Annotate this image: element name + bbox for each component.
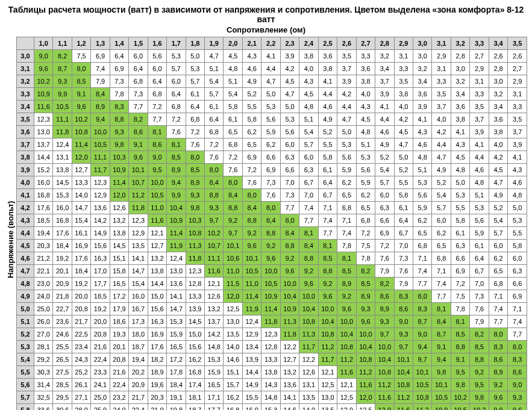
power-cell: 11,4 bbox=[242, 290, 261, 303]
power-cell: 13,2 bbox=[205, 303, 224, 315]
power-cell: 15,4 bbox=[129, 278, 148, 290]
power-cell: 10,9 bbox=[167, 214, 186, 227]
power-cell: 3,2 bbox=[375, 50, 394, 63]
power-cell: 4,8 bbox=[508, 189, 527, 202]
row-header: 3,8 bbox=[17, 151, 34, 164]
power-cell: 12,4 bbox=[53, 138, 72, 151]
power-cell: 5,2 bbox=[489, 202, 507, 214]
power-cell: 4,8 bbox=[451, 164, 469, 176]
power-cell: 30,3 bbox=[34, 366, 52, 379]
power-cell: 29,5 bbox=[53, 391, 72, 404]
power-cell: 13,2 bbox=[148, 252, 166, 265]
power-cell: 12,7 bbox=[280, 353, 299, 366]
power-cell: 20,3 bbox=[148, 391, 166, 404]
power-cell: 15,9 bbox=[205, 366, 224, 379]
power-cell: 13,0 bbox=[224, 315, 242, 328]
power-cell: 5,6 bbox=[337, 151, 356, 164]
power-cell: 5,5 bbox=[508, 227, 527, 240]
power-cell: 10,0 bbox=[280, 278, 299, 290]
power-cell: 12,0 bbox=[224, 290, 242, 303]
power-cell: 10,0 bbox=[261, 265, 280, 278]
power-cell: 7,7 bbox=[508, 328, 527, 341]
power-cell: 6,1 bbox=[451, 227, 469, 240]
power-cell: 5,4 bbox=[299, 126, 318, 138]
power-cell: 4,9 bbox=[375, 138, 394, 151]
power-cell: 14,7 bbox=[72, 202, 90, 214]
power-cell: 6,1 bbox=[224, 113, 242, 126]
power-cell: 12,6 bbox=[110, 202, 128, 214]
power-cell: 27,0 bbox=[34, 328, 52, 341]
power-cell: 6,3 bbox=[299, 164, 318, 176]
row-header: 4,5 bbox=[17, 240, 34, 252]
power-cell: 3,6 bbox=[489, 113, 507, 126]
power-cell: 22,4 bbox=[91, 353, 110, 366]
power-cell: 8,8 bbox=[261, 227, 280, 240]
power-cell: 4,5 bbox=[280, 75, 299, 88]
power-cell: 14,1 bbox=[129, 252, 148, 265]
power-cell: 6,4 bbox=[110, 50, 128, 63]
power-cell: 18,7 bbox=[129, 341, 148, 353]
power-cell: 9,3 bbox=[53, 75, 72, 88]
power-cell: 11,0 bbox=[224, 265, 242, 278]
power-cell: 10,1 bbox=[129, 164, 148, 176]
power-cell: 8,4 bbox=[91, 88, 110, 101]
power-cell: 5,1 bbox=[413, 164, 432, 176]
power-cell: 4,8 bbox=[413, 151, 432, 164]
power-cell: 7,4 bbox=[508, 315, 527, 328]
power-cell: 8,0 bbox=[413, 290, 432, 303]
power-cell: 14,1 bbox=[280, 391, 299, 404]
power-cell: 11,6 bbox=[148, 214, 166, 227]
power-cell: 6,4 bbox=[205, 113, 224, 126]
power-cell: 6,8 bbox=[129, 75, 148, 88]
power-cell: 4,7 bbox=[394, 138, 413, 151]
power-cell: 7,2 bbox=[451, 278, 469, 290]
col-header: 1,8 bbox=[186, 37, 204, 50]
power-cell: 5,7 bbox=[186, 75, 204, 88]
power-cell: 8,1 bbox=[167, 138, 186, 151]
power-cell: 10,1 bbox=[242, 252, 261, 265]
power-cell: 20,1 bbox=[53, 265, 72, 278]
power-cell: 3,9 bbox=[337, 75, 356, 88]
power-cell: 6,9 bbox=[261, 164, 280, 176]
power-cell: 9,9 bbox=[489, 404, 507, 411]
power-cell: 5,6 bbox=[261, 113, 280, 126]
col-header: 3,1 bbox=[432, 37, 451, 50]
power-cell: 15,9 bbox=[167, 328, 186, 341]
power-cell: 14,2 bbox=[91, 214, 110, 227]
power-cell: 7,2 bbox=[167, 113, 186, 126]
power-cell: 3,9 bbox=[413, 101, 432, 113]
power-cell: 6,6 bbox=[375, 214, 394, 227]
power-cell: 7,4 bbox=[318, 214, 337, 227]
row-header: 5,4 bbox=[17, 353, 34, 366]
power-cell: 21,6 bbox=[91, 341, 110, 353]
power-cell: 5,8 bbox=[508, 240, 527, 252]
power-cell: 13,1 bbox=[53, 151, 72, 164]
power-cell: 7,9 bbox=[394, 278, 413, 290]
col-header: 1,4 bbox=[110, 37, 128, 50]
power-cell: 9,0 bbox=[394, 315, 413, 328]
power-cell: 3,5 bbox=[432, 88, 451, 101]
row-header: 4,0 bbox=[17, 176, 34, 189]
power-cell: 12,8 bbox=[261, 341, 280, 353]
power-cell: 11,2 bbox=[356, 366, 375, 379]
power-cell: 21,0 bbox=[148, 404, 166, 411]
power-cell: 3,6 bbox=[413, 88, 432, 101]
power-cell: 6,3 bbox=[375, 202, 394, 214]
power-cell: 26,5 bbox=[53, 353, 72, 366]
power-cell: 7,1 bbox=[489, 290, 507, 303]
power-cell: 4,5 bbox=[299, 88, 318, 101]
power-cell: 12,4 bbox=[167, 252, 186, 265]
col-header: 2,7 bbox=[356, 37, 375, 50]
power-cell: 17,6 bbox=[72, 252, 90, 265]
power-cell: 30,6 bbox=[53, 404, 72, 411]
power-cell: 11,2 bbox=[375, 379, 394, 391]
power-cell: 8,4 bbox=[432, 315, 451, 328]
power-cell: 12,9 bbox=[129, 227, 148, 240]
power-cell: 7,1 bbox=[508, 303, 527, 315]
power-cell: 14,3 bbox=[261, 379, 280, 391]
power-cell: 3,9 bbox=[508, 138, 527, 151]
power-cell: 10,4 bbox=[299, 303, 318, 315]
row-header: 5,8 bbox=[17, 404, 34, 411]
power-cell: 5,3 bbox=[470, 202, 489, 214]
power-cell: 13,6 bbox=[167, 278, 186, 290]
